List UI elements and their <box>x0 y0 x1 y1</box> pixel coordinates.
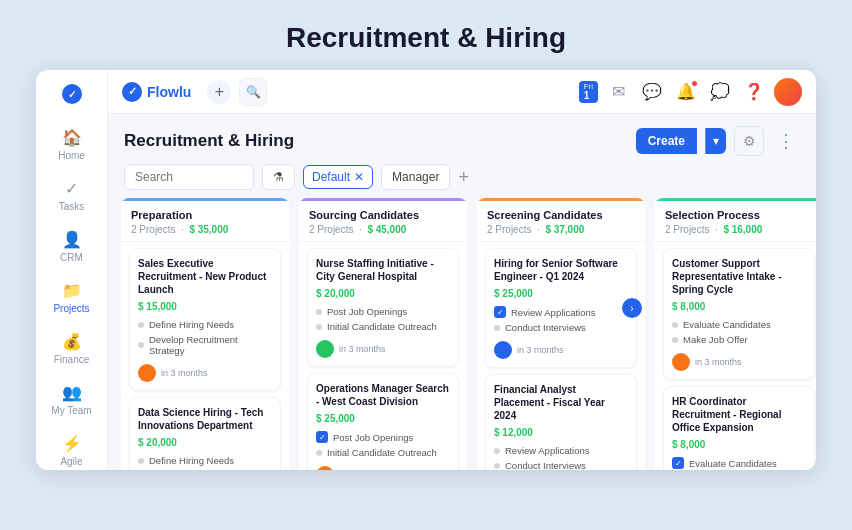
card-task: Make Job Offer <box>672 332 806 347</box>
sidebar-item-projects[interactable]: 📁 Projects <box>42 273 102 322</box>
user-avatar[interactable] <box>774 78 802 106</box>
task-label: Make Job Offer <box>683 334 748 345</box>
settings-button[interactable]: ⚙ <box>734 126 764 156</box>
sidebar-item-home[interactable]: 🏠 Home <box>42 120 102 169</box>
sidebar-item-crm[interactable]: 👤 CRM <box>42 222 102 271</box>
notification-dot <box>691 80 698 87</box>
sidebar-item-myteam[interactable]: 👥 My Team <box>42 375 102 424</box>
card-screening-2[interactable]: Financial Analyst Placement - Fiscal Yea… <box>485 374 637 470</box>
notification-button[interactable]: 🔔 <box>672 78 700 106</box>
topbar-add-button[interactable]: + <box>207 80 231 104</box>
manager-button[interactable]: Manager <box>381 164 450 190</box>
create-button[interactable]: Create <box>636 128 697 154</box>
sidebar-item-tasks[interactable]: ✓ Tasks <box>42 171 102 220</box>
col-amount: $ 37,000 <box>545 224 584 235</box>
card-task: Review Applications <box>494 443 628 458</box>
date-badge: Fri 1 <box>579 81 598 103</box>
card-sourcing-2[interactable]: Operations Manager Search - West Coast D… <box>307 373 459 470</box>
sidebar-item-label: Agile <box>60 456 82 467</box>
card-title: Customer Support Representative Intake -… <box>672 257 806 296</box>
task-label: Define Hiring Needs <box>149 319 234 330</box>
card-title: Data Science Hiring - Tech Innovations D… <box>138 406 272 432</box>
chat-button[interactable]: 💬 <box>638 78 666 106</box>
topbar-search-button[interactable]: 🔍 <box>239 78 267 106</box>
col-count: 2 Projects <box>665 224 709 235</box>
flowlu-logo-icon: ✓ <box>62 84 82 104</box>
task-label: Post Job Openings <box>333 432 413 443</box>
card-preparation-2[interactable]: Data Science Hiring - Tech Innovations D… <box>129 397 281 470</box>
sidebar-item-agile[interactable]: ⚡ Agile <box>42 426 102 470</box>
card-amount: $ 25,000 <box>316 413 450 424</box>
task-label: Review Applications <box>505 445 590 456</box>
close-filter-icon[interactable]: ✕ <box>354 170 364 184</box>
filter-button[interactable]: ⚗ <box>262 164 295 190</box>
col-amount: $ 35,000 <box>189 224 228 235</box>
col-amount: $ 45,000 <box>367 224 406 235</box>
chat2-button[interactable]: 💭 <box>706 78 734 106</box>
card-time: in 3 months <box>339 344 386 354</box>
add-filter-button[interactable]: + <box>458 167 469 188</box>
card-title: Hiring for Senior Software Engineer - Q1… <box>494 257 628 283</box>
topbar-logo: ✓ Flowlu <box>122 82 191 102</box>
card-selection-2[interactable]: HR Coordinator Recruitment - Regional Of… <box>663 386 815 470</box>
card-screening-1[interactable]: Hiring for Senior Software Engineer - Q1… <box>485 248 637 368</box>
card-task: Conduct Interviews <box>494 320 628 335</box>
col-count: 2 Projects <box>131 224 175 235</box>
date-num: 1 <box>584 91 593 101</box>
card-title: Financial Analyst Placement - Fiscal Yea… <box>494 383 628 422</box>
col-title: Sourcing Candidates <box>309 209 457 221</box>
card-preparation-1[interactable]: Sales Executive Recruitment - New Produc… <box>129 248 281 391</box>
sidebar-item-finance[interactable]: 💰 Finance <box>42 324 102 373</box>
card-task: ✓ Review Applications <box>494 304 628 320</box>
default-filter-tag[interactable]: Default ✕ <box>303 165 373 189</box>
task-dot <box>316 309 322 315</box>
column-selection: Selection Process 2 Projects · $ 16,000 … <box>655 198 816 470</box>
column-sourcing: Sourcing Candidates 2 Projects · $ 45,00… <box>299 198 467 470</box>
default-filter-label: Default <box>312 170 350 184</box>
card-amount: $ 8,000 <box>672 301 806 312</box>
task-label: Initial Candidate Outreach <box>327 447 437 458</box>
task-label: Conduct Interviews <box>505 460 586 470</box>
card-task: Define Hiring Needs <box>138 453 272 468</box>
mail-button[interactable]: ✉ <box>604 78 632 106</box>
card-amount: $ 20,000 <box>138 437 272 448</box>
task-label: Review Applications <box>511 307 596 318</box>
col-title: Screening Candidates <box>487 209 635 221</box>
card-title: HR Coordinator Recruitment - Regional Of… <box>672 395 806 434</box>
task-dot <box>494 325 500 331</box>
task-check: ✓ <box>672 457 684 469</box>
card-time: in 3 months <box>695 357 742 367</box>
card-task: Develop Recruitment Strategy <box>138 332 272 358</box>
main-content: ✓ Flowlu + 🔍 Fri 1 ✉ 💬 🔔 💭 ❓ <box>108 70 816 470</box>
col-meta: 2 Projects · $ 45,000 <box>309 224 457 235</box>
task-dot <box>138 342 144 348</box>
card-footer: in 3 months <box>672 353 806 371</box>
card-selection-1[interactable]: Customer Support Representative Intake -… <box>663 248 815 380</box>
card-task: Initial Candidate Outreach <box>316 319 450 334</box>
more-button[interactable]: ⋮ <box>772 127 800 155</box>
filters-bar: ⚗ Default ✕ Manager + <box>108 156 816 198</box>
help-button[interactable]: ❓ <box>740 78 768 106</box>
card-footer: in 3 months <box>316 340 450 358</box>
search-input[interactable] <box>124 164 254 190</box>
card-avatar <box>672 353 690 371</box>
task-label: Conduct Interviews <box>505 322 586 333</box>
task-dot <box>494 463 500 469</box>
col-amount: $ 16,000 <box>723 224 762 235</box>
next-arrow-button[interactable]: › <box>622 298 642 318</box>
filter-icon: ⚗ <box>273 170 284 184</box>
card-footer: in 3 months <box>316 466 450 470</box>
sidebar-item-label: CRM <box>60 252 83 263</box>
task-label: Evaluate Candidates <box>683 319 771 330</box>
agile-icon: ⚡ <box>62 434 82 453</box>
finance-icon: 💰 <box>62 332 82 351</box>
create-dropdown-button[interactable]: ▾ <box>705 128 726 154</box>
sidebar-logo: ✓ <box>62 78 82 110</box>
page-title: Recruitment & Hiring <box>286 22 566 54</box>
sidebar-item-label: Tasks <box>59 201 85 212</box>
task-label: Define Hiring Needs <box>149 455 234 466</box>
sidebar: ✓ 🏠 Home ✓ Tasks 👤 CRM 📁 Projects 💰 Fina… <box>36 70 108 470</box>
topbar-right: Fri 1 ✉ 💬 🔔 💭 ❓ <box>579 78 802 106</box>
crm-icon: 👤 <box>62 230 82 249</box>
card-sourcing-1[interactable]: Nurse Staffing Initiative - City General… <box>307 248 459 367</box>
